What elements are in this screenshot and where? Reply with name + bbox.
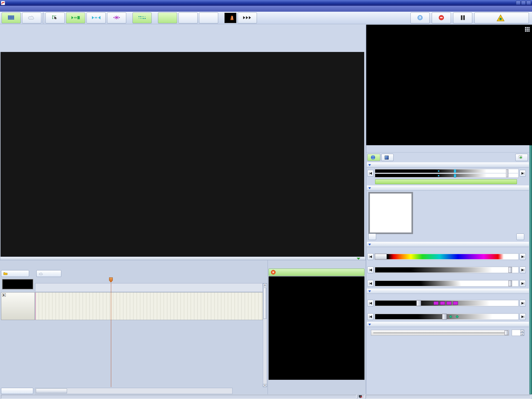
timeline-horizontal-scrollbar[interactable] (35, 388, 232, 394)
scroll-up-icon[interactable]: ▲ (263, 283, 267, 286)
bpm-display[interactable] (224, 13, 236, 23)
restart-button[interactable] (87, 12, 106, 23)
pause-icon (461, 15, 465, 20)
track-header-audio[interactable]: ▶ (1, 292, 35, 320)
globe-icon (371, 155, 375, 160)
publish-button[interactable] (36, 270, 61, 277)
collapse-arrow-icon[interactable] (357, 258, 360, 260)
animation-speed-track[interactable] (374, 300, 519, 307)
position-pad[interactable] (368, 192, 413, 234)
output-preview-panel: ✕ (268, 260, 366, 394)
slider-start-icon[interactable] (367, 253, 374, 260)
one-cue-button[interactable] (158, 12, 177, 23)
visible-points-slider-track[interactable] (374, 280, 519, 287)
color-slider-track[interactable] (374, 253, 519, 260)
size-slider-track[interactable] (374, 169, 519, 178)
toolbar-separator (43, 12, 44, 23)
slider-start-icon[interactable] (367, 280, 374, 287)
minimize-button[interactable] (516, 1, 521, 5)
slider-end-icon[interactable] (520, 300, 526, 307)
scroll-down-icon[interactable]: ▼ (263, 384, 267, 387)
slider-start-icon[interactable] (367, 267, 374, 273)
timeline-ruler[interactable] (35, 283, 263, 292)
scroll-thumb[interactable] (263, 288, 267, 319)
reset-button[interactable] (515, 154, 528, 161)
spin-down-icon[interactable]: ▼ (520, 333, 524, 336)
preview-grid-icon[interactable] (525, 27, 530, 32)
master-button[interactable] (367, 154, 380, 161)
local-button[interactable] (2, 12, 21, 23)
menu-button[interactable] (1, 270, 29, 277)
reset-position-button[interactable] (368, 234, 376, 240)
transition-button[interactable] (132, 12, 152, 23)
panel-scrollbar[interactable] (529, 145, 532, 394)
cue-button[interactable] (381, 154, 394, 161)
status-device[interactable] (357, 395, 365, 398)
help-button[interactable]: ? (410, 12, 430, 23)
animation-speed-handle[interactable] (416, 300, 421, 306)
playhead-marker[interactable] (109, 277, 113, 283)
slider-end-icon[interactable] (520, 280, 526, 287)
section-header-position[interactable] (367, 185, 529, 191)
slider-end-icon[interactable] (520, 170, 526, 177)
color-norm-handle[interactable] (375, 254, 387, 260)
close-button[interactable] (526, 1, 531, 5)
slider-start-icon[interactable] (367, 313, 374, 320)
timecode-display (2, 279, 33, 289)
select-button[interactable] (45, 12, 65, 23)
restart-icon (92, 16, 101, 20)
horizontal-splitter[interactable] (0, 257, 366, 260)
size-y-handle[interactable] (454, 174, 456, 177)
collapse-triangle-icon (368, 290, 371, 292)
volume-slider[interactable] (371, 330, 509, 336)
size-marker (506, 169, 508, 177)
output-preview (269, 276, 364, 380)
select-cursor-icon (52, 15, 58, 20)
size-slider (367, 168, 526, 178)
scan-rate-handle[interactable] (442, 314, 447, 320)
hscroll-thumb[interactable] (36, 389, 67, 393)
pause-button[interactable] (453, 12, 472, 23)
section-header-playback[interactable] (367, 289, 529, 294)
brightness-slider (367, 266, 526, 274)
size-x-handle[interactable] (454, 169, 456, 173)
slider-end-icon[interactable] (520, 267, 526, 273)
lock-xy-button[interactable] (375, 179, 517, 184)
slider-end-icon[interactable] (520, 253, 526, 260)
slider-start-icon[interactable] (367, 300, 374, 307)
quicktimeline-panel: ▶ ▲ ▼ (0, 260, 268, 394)
live-control-tabs (366, 145, 532, 152)
cue-grid (1, 52, 364, 257)
multi-cue-button[interactable] (178, 12, 198, 23)
section-header-size[interactable] (367, 162, 529, 168)
timeline-vertical-scrollbar[interactable]: ▲ ▼ (263, 283, 267, 387)
enable-laser-output-button[interactable] (474, 12, 529, 23)
blackout-button[interactable] (432, 12, 451, 23)
expand-icon[interactable]: ▶ (2, 293, 6, 297)
audio-track-lane[interactable] (35, 292, 263, 320)
brightness-slider-track[interactable] (374, 267, 519, 273)
stop-output-button[interactable]: ✕ (269, 269, 364, 276)
visible-points-handle[interactable] (508, 281, 512, 286)
volume-handle[interactable] (504, 330, 508, 335)
spin-up-icon[interactable]: ▲ (520, 330, 524, 333)
toggle-button[interactable] (66, 12, 85, 23)
volume-spinner[interactable]: ▲▼ (512, 330, 524, 336)
groups-button[interactable] (199, 12, 218, 23)
slider-end-icon[interactable] (520, 313, 526, 320)
visible-points-slider (367, 280, 526, 287)
section-header-color[interactable] (367, 242, 529, 247)
flash-button[interactable] (107, 12, 126, 23)
cloud-button[interactable] (22, 12, 41, 23)
maximize-button[interactable] (521, 1, 526, 5)
collapse-triangle-icon (368, 164, 371, 166)
cloud-upload-icon (39, 272, 43, 275)
size-x-dot (438, 170, 439, 172)
virtual-lj-icon (243, 16, 252, 19)
virtual-lj-button[interactable] (238, 12, 257, 23)
brightness-handle[interactable] (508, 267, 512, 273)
reset-rotation-button[interactable] (516, 234, 524, 240)
section-header-timeline-control[interactable] (367, 322, 529, 327)
scan-rate-track[interactable] (374, 313, 519, 320)
slider-start-icon[interactable] (367, 170, 374, 177)
